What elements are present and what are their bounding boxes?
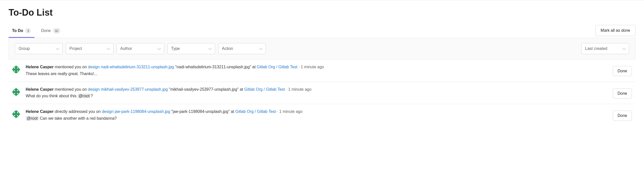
done-button[interactable]: Done xyxy=(613,111,632,121)
svg-rect-28 xyxy=(15,113,18,116)
svg-point-10 xyxy=(17,71,18,72)
todo-body: Helene Casper directly addressed you on … xyxy=(26,109,608,122)
todo-time: 1 minute ago xyxy=(288,87,312,91)
filter-project[interactable]: Project xyxy=(66,43,113,54)
svg-point-8 xyxy=(17,68,18,69)
separator: · xyxy=(285,87,288,91)
avatar-icon xyxy=(11,109,21,119)
filters-left: Group Project Author Type Action xyxy=(15,43,266,54)
svg-point-21 xyxy=(17,93,18,94)
page-title: To-Do List xyxy=(9,7,635,18)
todo-author[interactable]: Helene Casper xyxy=(26,87,54,91)
done-button[interactable]: Done xyxy=(613,66,632,76)
filter-group[interactable]: Group xyxy=(15,43,63,54)
todo-note: @root Can we take another with a red ban… xyxy=(26,115,608,122)
chevron-down-icon xyxy=(107,46,110,50)
svg-point-32 xyxy=(17,115,18,116)
svg-point-31 xyxy=(14,115,15,116)
svg-rect-6 xyxy=(15,68,18,71)
todo-note-text: What do you think about this xyxy=(26,94,77,98)
filter-type-label: Type xyxy=(171,46,180,51)
todo-verb: directly addressed you on xyxy=(54,109,102,114)
todo-time: 1 minute ago xyxy=(301,65,324,69)
mention[interactable]: @root xyxy=(26,116,39,121)
todo-note-text: These leaves are really great. Thanks!..… xyxy=(26,72,97,76)
sort-select[interactable]: Last created xyxy=(581,43,629,54)
tab-done-label: Done xyxy=(41,28,51,33)
todo-design-link[interactable]: design mikhail-vasilyev-253977-unsplash.… xyxy=(88,87,168,91)
filter-author-label: Author xyxy=(120,46,132,51)
mark-all-done-button[interactable]: Mark all as done xyxy=(595,25,635,36)
todo-title: Helene Casper mentioned you on design mi… xyxy=(26,86,608,93)
done-button[interactable]: Done xyxy=(613,88,632,99)
sort-label: Last created xyxy=(585,46,607,51)
tab-todo-label: To Do xyxy=(12,28,23,33)
todo-quoted: "nadi-whatisdelirium-313211-unsplash.jpg… xyxy=(174,65,257,69)
todo-title: Helene Casper directly addressed you on … xyxy=(26,109,608,115)
tab-todo-count: 3 xyxy=(25,28,31,34)
chevron-down-icon xyxy=(56,46,59,50)
svg-point-9 xyxy=(14,71,15,72)
svg-point-7 xyxy=(14,68,15,69)
svg-rect-17 xyxy=(15,90,18,93)
avatar[interactable] xyxy=(11,87,21,97)
tabs: To Do 3 Done 32 xyxy=(9,24,64,38)
todo-body: Helene Casper mentioned you on design mi… xyxy=(26,86,608,100)
todo-project-link[interactable]: Gitlab Org / Gitlab Test xyxy=(244,87,285,91)
todo-quoted: "jae-park-1198084-unsplash.jpg" at xyxy=(170,109,235,114)
filter-group-label: Group xyxy=(19,46,30,51)
avatar-icon xyxy=(11,65,21,75)
todo-design-link[interactable]: design nadi-whatisdelirium-313211-unspla… xyxy=(88,65,174,69)
todo-author[interactable]: Helene Casper xyxy=(26,65,54,69)
todo-verb: mentioned you on xyxy=(54,65,88,69)
tabs-row: To Do 3 Done 32 Mark all as done xyxy=(9,24,635,38)
separator: · xyxy=(276,109,279,114)
svg-point-20 xyxy=(14,93,15,94)
todo-item: Helene Casper mentioned you on design na… xyxy=(9,59,635,82)
filter-author[interactable]: Author xyxy=(116,43,164,54)
chevron-down-icon xyxy=(208,46,212,50)
todo-project-link[interactable]: Gitlab Org / Gitlab Test xyxy=(235,109,276,114)
todo-body: Helene Casper mentioned you on design na… xyxy=(26,64,608,77)
todo-list: Helene Casper mentioned you on design na… xyxy=(9,59,635,126)
todo-note: These leaves are really great. Thanks!..… xyxy=(26,71,608,77)
todo-note-text: Can we take another with a red bandanna? xyxy=(39,116,117,120)
todo-quoted: "mikhail-vasilyev-253977-unsplash.jpg" a… xyxy=(168,87,244,91)
todo-time: 1 minute ago xyxy=(279,109,303,114)
chevron-down-icon xyxy=(622,46,626,50)
separator: · xyxy=(297,65,301,69)
tab-todo[interactable]: To Do 3 xyxy=(9,24,34,38)
svg-point-19 xyxy=(17,90,18,91)
todo-note: What do you think about this @root? xyxy=(26,93,608,99)
filter-project-label: Project xyxy=(69,46,82,51)
todo-title: Helene Casper mentioned you on design na… xyxy=(26,64,608,70)
filter-type[interactable]: Type xyxy=(167,43,215,54)
chevron-down-icon xyxy=(259,46,263,50)
avatar[interactable] xyxy=(11,65,21,75)
svg-point-30 xyxy=(17,112,18,113)
tab-done-count: 32 xyxy=(53,28,60,34)
todo-design-link[interactable]: design jae-park-1198084-unsplash.jpg xyxy=(102,109,170,114)
page-container: To-Do List To Do 3 Done 32 Mark all as d… xyxy=(0,0,644,126)
chevron-down-icon xyxy=(157,46,161,50)
mention[interactable]: @root xyxy=(77,93,91,98)
todo-project-link[interactable]: Gitlab Org / Gitlab Test xyxy=(257,65,298,69)
todo-author[interactable]: Helene Casper xyxy=(26,109,54,114)
filter-action[interactable]: Action xyxy=(218,43,266,54)
todo-item: Helene Casper directly addressed you on … xyxy=(9,104,635,126)
filter-action-label: Action xyxy=(222,46,233,51)
tab-done[interactable]: Done 32 xyxy=(37,24,64,38)
avatar-icon xyxy=(11,87,21,97)
svg-point-18 xyxy=(14,90,15,91)
todo-verb: mentioned you on xyxy=(54,87,88,91)
todo-item: Helene Casper mentioned you on design mi… xyxy=(9,82,635,104)
avatar[interactable] xyxy=(11,109,21,119)
filters-panel: Group Project Author Type Action Last cr… xyxy=(9,38,635,59)
todo-note-text: ? xyxy=(91,94,93,98)
svg-point-29 xyxy=(14,112,15,113)
